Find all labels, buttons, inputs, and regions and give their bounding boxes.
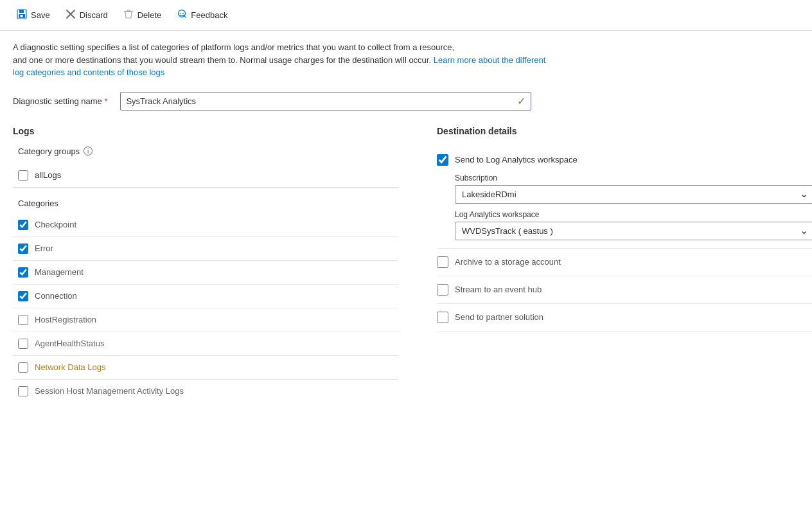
save-icon	[17, 9, 27, 21]
feedback-label: Feedback	[191, 10, 227, 20]
validation-checkmark: ✓	[517, 95, 525, 107]
setting-name-row: Diagnostic setting name * ✓	[13, 92, 799, 111]
delete-button[interactable]: Delete	[117, 5, 168, 25]
partner-solution-label: Send to partner solution	[455, 312, 543, 322]
categories-label: Categories	[18, 199, 398, 208]
discard-button[interactable]: Discard	[59, 5, 114, 25]
event-hub-label: Stream to an event hub	[455, 285, 542, 294]
category-group-item-allLogs: allLogs	[13, 164, 398, 188]
management-label: Management	[35, 267, 84, 277]
svg-rect-3	[21, 15, 23, 17]
host-registration-label: HostRegistration	[35, 315, 96, 324]
svg-rect-1	[19, 10, 24, 13]
setting-name-input[interactable]	[126, 96, 513, 106]
log-analytics-checkbox[interactable]	[437, 154, 448, 166]
logs-header: Logs	[13, 126, 398, 136]
list-item: Connection	[13, 285, 398, 308]
delete-label: Delete	[137, 10, 162, 20]
feedback-button[interactable]: Feedback	[170, 5, 234, 25]
workspace-label: Log Analytics workspace	[455, 210, 812, 219]
allLogs-checkbox-wrap[interactable]	[18, 170, 28, 181]
list-item: Management	[13, 261, 398, 285]
discard-label: Discard	[80, 10, 108, 20]
allLogs-checkbox[interactable]	[18, 170, 28, 181]
save-button[interactable]: Save	[10, 5, 57, 25]
workspace-dropdown-wrapper[interactable]: WVDSysTrack ( eastus )	[455, 222, 812, 240]
required-marker: *	[104, 96, 107, 106]
destination-event-hub: Stream to an event hub	[437, 276, 812, 304]
workspace-select[interactable]: WVDSysTrack ( eastus )	[455, 222, 812, 240]
main-content: A diagnostic setting specifies a list of…	[0, 31, 812, 413]
categories-section: Categories Checkpoint Error	[13, 199, 398, 403]
toolbar: Save Discard Delete	[0, 0, 812, 31]
save-label: Save	[31, 10, 50, 20]
destination-log-analytics: Send to Log Analytics workspace Subscrip…	[437, 146, 812, 249]
category-groups-info-icon[interactable]: i	[84, 146, 93, 155]
partner-solution-checkbox[interactable]	[437, 312, 448, 323]
destination-header: Destination details	[437, 126, 812, 136]
two-column-layout: Logs Category groups i allLogs Categorie…	[13, 126, 799, 403]
session-host-mgmt-label: Session Host Management Activity Logs	[35, 386, 184, 396]
checkpoint-label: Checkpoint	[35, 220, 76, 229]
storage-account-row: Archive to a storage account	[437, 256, 812, 268]
feedback-icon	[177, 9, 187, 21]
network-data-logs-checkbox[interactable]	[18, 362, 28, 373]
agent-health-status-checkbox[interactable]	[18, 339, 28, 349]
error-checkbox[interactable]	[18, 244, 28, 254]
list-item: AgentHealthStatus	[13, 332, 398, 356]
category-groups-header: Category groups i	[18, 146, 398, 156]
setting-name-label: Diagnostic setting name *	[13, 96, 107, 106]
event-hub-row: Stream to an event hub	[437, 284, 812, 296]
allLogs-label: allLogs	[35, 170, 61, 180]
error-label: Error	[35, 244, 53, 253]
event-hub-checkbox[interactable]	[437, 284, 448, 296]
category-groups-label: Category groups	[18, 146, 80, 156]
log-analytics-label: Send to Log Analytics workspace	[455, 155, 578, 164]
svg-point-8	[180, 13, 181, 14]
description-text: A diagnostic setting specifies a list of…	[13, 41, 559, 79]
host-registration-checkbox[interactable]	[18, 315, 28, 325]
list-item: HostRegistration	[13, 308, 398, 332]
storage-account-label: Archive to a storage account	[455, 257, 561, 267]
destination-storage-account: Archive to a storage account	[437, 249, 812, 276]
subscription-label: Subscription	[455, 173, 812, 182]
subscription-dropdown-wrapper[interactable]: LakesideRDmi	[455, 185, 812, 204]
partner-solution-row: Send to partner solution	[437, 312, 812, 323]
destination-partner-solution: Send to partner solution	[437, 304, 812, 332]
subscription-group: Subscription LakesideRDmi	[437, 173, 812, 204]
checkpoint-checkbox[interactable]	[18, 220, 28, 230]
discard-icon	[66, 9, 76, 21]
storage-account-checkbox[interactable]	[437, 256, 448, 268]
destination-section: Destination details Send to Log Analytic…	[437, 126, 812, 403]
agent-health-status-label: AgentHealthStatus	[35, 339, 104, 348]
svg-point-9	[182, 13, 184, 14]
connection-label: Connection	[35, 291, 77, 301]
subscription-select[interactable]: LakesideRDmi	[455, 185, 812, 204]
description-line1: A diagnostic setting specifies a list of…	[13, 42, 454, 52]
management-checkbox[interactable]	[18, 267, 28, 278]
session-host-mgmt-checkbox[interactable]	[18, 386, 28, 396]
workspace-group: Log Analytics workspace WVDSysTrack ( ea…	[437, 210, 812, 240]
delete-icon	[123, 9, 134, 21]
connection-checkbox[interactable]	[18, 291, 28, 301]
list-item: Network Data Logs	[13, 356, 398, 380]
log-analytics-row: Send to Log Analytics workspace	[437, 154, 812, 166]
list-item: Session Host Management Activity Logs	[13, 380, 398, 403]
list-item: Error	[13, 237, 398, 261]
network-data-logs-label: Network Data Logs	[35, 362, 106, 372]
list-item: Checkpoint	[13, 213, 398, 237]
description-line2: and one or more destinations that you wo…	[13, 55, 431, 65]
logs-section: Logs Category groups i allLogs Categorie…	[13, 126, 398, 403]
